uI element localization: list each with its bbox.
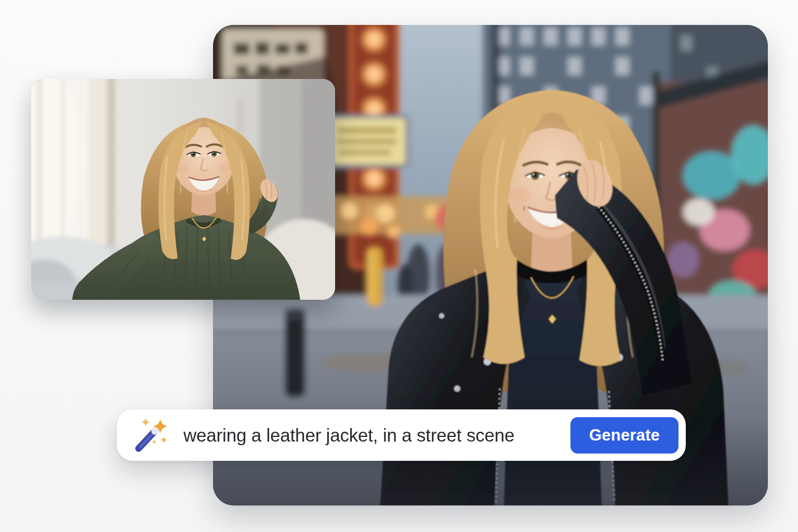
ai-image-editor-page: wearing a leather jacket, in a street sc… (0, 0, 798, 532)
prompt-input[interactable]: wearing a leather jacket, in a street sc… (183, 425, 570, 446)
magic-wand-icon (130, 415, 171, 456)
source-image (31, 79, 335, 300)
generate-button[interactable]: Generate (570, 417, 679, 454)
prompt-bar: wearing a leather jacket, in a street sc… (117, 409, 686, 461)
